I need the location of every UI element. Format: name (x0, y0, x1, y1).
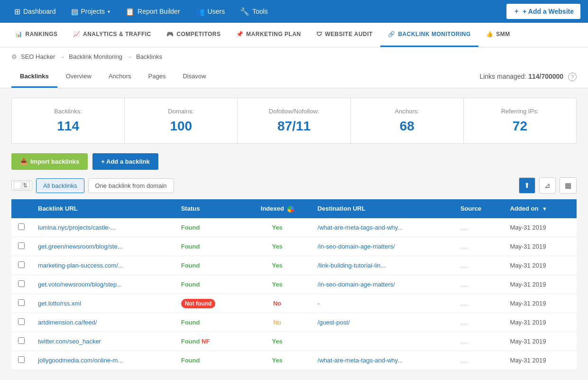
backlink-url-cell[interactable]: jollygoodmedia.com/online-m... (31, 351, 175, 370)
plus-icon: ＋ (513, 7, 520, 16)
dashboard-icon: ⊞ (14, 7, 20, 16)
source-dots[interactable]: ... (460, 281, 469, 288)
indexed-cell: Yes (244, 237, 311, 256)
nav-report-builder-label: Report Builder (138, 8, 180, 15)
breadcrumb-mid[interactable]: Backlink Monitoring (69, 53, 122, 60)
sec-marketing-plan[interactable]: 📌 Marketing Plan (229, 23, 309, 47)
sec-backlink-monitoring[interactable]: 🔗 Backlink Monitoring (380, 23, 478, 47)
import-label: Import backlinks (30, 158, 79, 165)
breadcrumb-root[interactable]: SEO Hacker (21, 53, 55, 60)
source-dots[interactable]: ... (460, 300, 469, 307)
breadcrumb-arrow-1: → (59, 53, 65, 60)
nav-users[interactable]: 👥 Users (189, 3, 232, 20)
backlink-url-cell[interactable]: lumina.nyc/projects/castle-... (31, 218, 175, 237)
tab-disavow[interactable]: Disavow (174, 66, 214, 88)
source-cell[interactable]: ... (454, 351, 504, 370)
source-cell[interactable]: ... (454, 218, 504, 237)
marketing-plan-icon: 📌 (236, 31, 244, 37)
source-dots[interactable]: ... (460, 338, 469, 345)
status-found: Found (181, 243, 200, 250)
nav-projects[interactable]: ▤ Projects ▾ (64, 3, 117, 20)
col-indexed[interactable]: Indexed (244, 199, 311, 218)
source-cell[interactable]: ... (454, 313, 504, 332)
status-cell: Found (175, 237, 244, 256)
source-dots[interactable]: ... (460, 357, 469, 364)
checkbox-sort-control[interactable]: ⇅ (11, 180, 32, 191)
links-managed-info-icon[interactable]: ? (568, 73, 577, 81)
filter-button[interactable]: ⊿ (539, 177, 556, 194)
sec-smm[interactable]: 👍 SMM (478, 23, 518, 47)
destination-url-cell[interactable]: /link-building-tutorial-lin... (311, 256, 454, 275)
sec-analytics-traffic[interactable]: 📈 Analytics & Traffic (65, 23, 159, 47)
indexed-cell: Yes (244, 275, 311, 294)
col-added-on[interactable]: Added on ▼ (503, 199, 577, 218)
destination-url-cell[interactable]: /what-are-meta-tags-and-why... (311, 351, 454, 370)
row-checkbox-5[interactable] (18, 318, 25, 325)
source-cell[interactable]: ... (454, 256, 504, 275)
table-row: jollygoodmedia.com/online-m...FoundYes/w… (11, 351, 577, 370)
nav-dashboard[interactable]: ⊞ Dashboard (8, 3, 63, 20)
backlink-url-cell[interactable]: get.green/newsroom/blog/ste... (31, 237, 175, 256)
source-dots[interactable]: ... (460, 243, 469, 250)
source-dots[interactable]: ... (460, 262, 469, 269)
tab-pages[interactable]: Pages (140, 66, 175, 88)
backlink-url-cell[interactable]: twitter.com/seo_hacker (31, 332, 175, 351)
status-found: Found (181, 262, 200, 269)
destination-url-cell[interactable]: /in-seo-domain-age-matters/ (311, 275, 454, 294)
row-checkbox-6[interactable] (18, 337, 25, 344)
destination-url-cell[interactable] (311, 332, 454, 351)
backlink-url-cell[interactable]: marketing-plan-success.com/... (31, 256, 175, 275)
add-backlink-button[interactable]: + Add a backlink (92, 153, 158, 170)
backlink-url-cell[interactable]: get.lotto/rss.xml (31, 294, 175, 313)
tab-backlinks[interactable]: Backlinks (11, 66, 57, 88)
table-row: lumina.nyc/projects/castle-...FoundYes/w… (11, 218, 577, 237)
added-on-cell: May-31 2019 (503, 351, 577, 370)
sec-competitors[interactable]: 🎮 Competitors (159, 23, 229, 47)
source-cell[interactable]: ... (454, 237, 504, 256)
one-backlink-filter[interactable]: One backlink from domain (88, 178, 174, 193)
all-backlinks-filter[interactable]: All backlinks (36, 178, 84, 193)
columns-button[interactable]: ▦ (560, 177, 577, 194)
status-cell: Found (175, 256, 244, 275)
col-destination-url[interactable]: Destination URL (311, 199, 454, 218)
sec-rankings[interactable]: 📊 Rankings (8, 23, 65, 47)
sec-website-audit[interactable]: 🛡 Website Audit (309, 23, 380, 47)
destination-url-cell[interactable]: - (311, 294, 454, 313)
row-checkbox-7[interactable] (18, 356, 25, 363)
nav-tools[interactable]: 🔧 Tools (233, 3, 275, 20)
source-cell[interactable]: ... (454, 294, 504, 313)
col-source[interactable]: Source (454, 199, 504, 218)
row-checkbox-4[interactable] (18, 299, 25, 306)
destination-url-cell[interactable]: /what-are-meta-tags-and-why... (311, 218, 454, 237)
import-backlinks-button[interactable]: 📥 Import backlinks (11, 153, 88, 170)
destination-url-cell[interactable]: /in-seo-domain-age-matters/ (311, 237, 454, 256)
nav-report-builder[interactable]: 📋 Report Builder (119, 3, 187, 20)
status-found-part: Found (181, 338, 200, 345)
export-button[interactable]: ⬆ (519, 177, 535, 194)
row-checkbox-2[interactable] (18, 261, 25, 268)
row-checkbox-0[interactable] (18, 223, 25, 230)
row-checkbox-3[interactable] (18, 280, 25, 287)
destination-url-cell[interactable]: /guest-post/ (311, 313, 454, 332)
col-backlink-url[interactable]: Backlink URL (31, 199, 175, 218)
backlink-icon: 🔗 (388, 31, 395, 37)
indexed-yes: Yes (272, 357, 282, 364)
google-g-icon (287, 206, 294, 213)
source-cell[interactable]: ... (454, 332, 504, 351)
row-checkbox-1[interactable] (18, 242, 25, 249)
tab-overview[interactable]: Overview (57, 66, 100, 88)
backlink-url-cell[interactable]: artdimension.ca/feed/ (31, 313, 175, 332)
sec-smm-label: SMM (496, 31, 510, 37)
col-status[interactable]: Status (175, 199, 244, 218)
tab-anchors[interactable]: Anchors (100, 66, 140, 88)
source-dots[interactable]: ... (460, 319, 469, 326)
backlink-url-cell[interactable]: get.voto/newsroom/blog/step... (31, 275, 175, 294)
sort-control-arrows[interactable]: ⇅ (22, 182, 30, 189)
source-cell[interactable]: ... (454, 275, 504, 294)
competitors-icon: 🎮 (166, 31, 174, 37)
stat-anchors-value: 68 (358, 119, 456, 134)
table-row: marketing-plan-success.com/...FoundYes/l… (11, 256, 577, 275)
add-website-button[interactable]: ＋ + Add a Website (506, 4, 580, 19)
source-dots[interactable]: ... (460, 224, 469, 231)
table-row: get.green/newsroom/blog/ste...FoundYes/i… (11, 237, 577, 256)
